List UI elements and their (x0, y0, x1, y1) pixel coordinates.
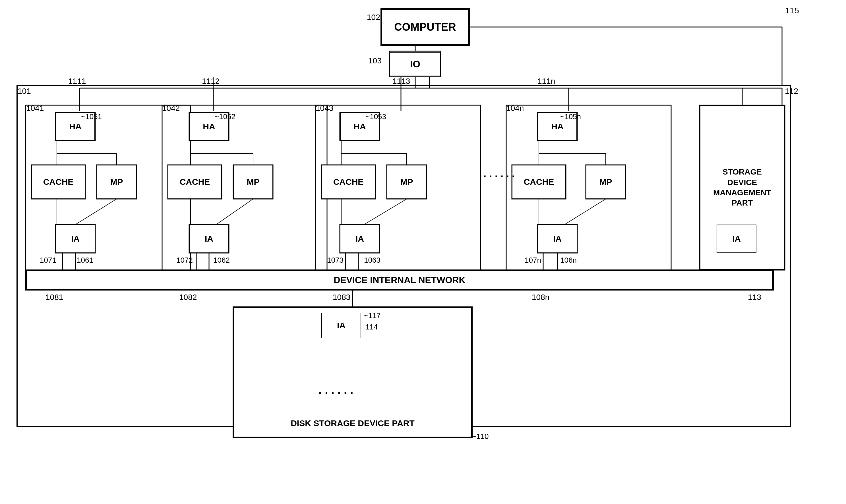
label-1063: 1063 (364, 256, 381, 265)
dots1: · · · · · · (483, 170, 515, 182)
label-111n: 111n (537, 77, 555, 86)
mpn-box: MP (586, 165, 625, 199)
device-internal-network-box: DEVICE INTERNAL NETWORK (25, 270, 774, 290)
ia3-box: IA (340, 224, 380, 253)
dots2: · · · · · · (318, 386, 353, 399)
ia1-box: IA (55, 224, 95, 253)
mp1-box: MP (97, 165, 137, 199)
label-1053: ~1053 (366, 112, 386, 121)
label-103: 103 (368, 56, 382, 66)
label-107n: 107n (525, 256, 541, 265)
label-101: 101 (18, 87, 31, 96)
label-115: 115 (785, 6, 799, 15)
label-114: 114 (366, 323, 378, 331)
label-1071: 1071 (40, 256, 56, 265)
cache2-box: CACHE (168, 165, 222, 199)
ia-disk-box: IA (321, 313, 361, 338)
label-1083: 1083 (333, 293, 350, 302)
ia2-box: IA (189, 224, 229, 253)
label-1052: ~1052 (215, 112, 235, 121)
label-1073: 1073 (327, 256, 343, 265)
cachen-box: CACHE (512, 165, 566, 199)
label-1042: 1042 (162, 104, 180, 113)
label-1041: 1041 (26, 104, 44, 113)
label-110: ~110 (472, 432, 489, 441)
mp2-box: MP (233, 165, 273, 199)
label-1043: 1043 (316, 104, 333, 113)
label-1081: 1081 (46, 293, 63, 302)
label-112: 112 (785, 87, 798, 96)
cache1-box: CACHE (31, 165, 85, 199)
label-1082: 1082 (179, 293, 197, 302)
label-106n: 106n (560, 256, 577, 265)
label-1111: 1111 (68, 77, 86, 86)
label-108n: 108n (532, 293, 549, 302)
io-box: IO (390, 52, 441, 76)
ian-box: IA (537, 224, 577, 253)
label-102: 102 (367, 13, 380, 22)
ia-mgmt-box: IA (717, 224, 756, 253)
label-113: 113 (748, 293, 761, 302)
diagram: 115 COMPUTER 102 IO 103 1111 1112 1113 1… (0, 0, 846, 504)
svg-line-55 (564, 199, 606, 224)
label-1113: 1113 (392, 77, 410, 86)
label-1051: ~1051 (81, 112, 102, 121)
label-105n: ~105n (560, 112, 581, 121)
computer-box: COMPUTER (381, 8, 469, 46)
label-117: ~117 (364, 311, 381, 320)
mp3-box: MP (387, 165, 426, 199)
cache3-box: CACHE (321, 165, 375, 199)
svg-line-51 (216, 199, 253, 224)
svg-line-53 (364, 199, 407, 224)
label-1061: 1061 (77, 256, 93, 265)
svg-line-49 (75, 199, 117, 224)
label-1062: 1062 (213, 256, 230, 265)
label-104n: 104n (506, 104, 524, 113)
label-1112: 1112 (202, 77, 219, 86)
label-1072: 1072 (176, 256, 193, 265)
